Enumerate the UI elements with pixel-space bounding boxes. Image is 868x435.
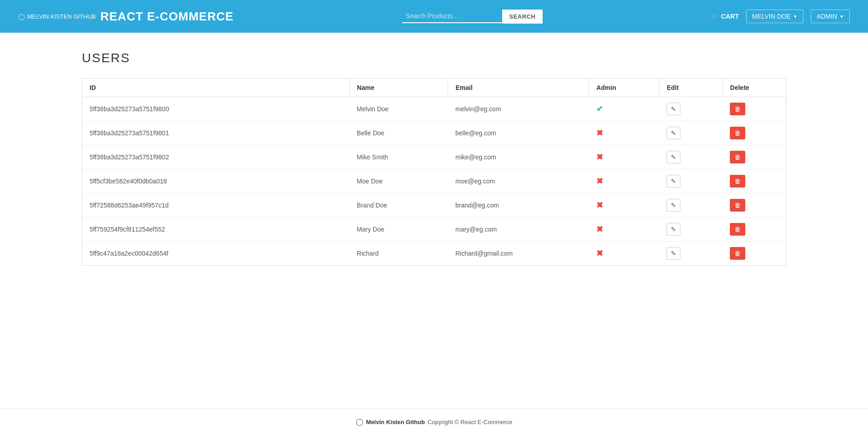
cell-name: Moe Doe xyxy=(349,169,448,193)
header-edit: Edit xyxy=(659,79,723,97)
cell-admin: ✖ xyxy=(589,169,659,193)
cell-name: Brand Doe xyxy=(349,193,448,218)
cell-id: 5ff38ba3d25273a5751f9800 xyxy=(82,97,350,121)
delete-button[interactable]: 🗑 xyxy=(730,151,745,163)
cell-id: 5ff759254f9cf811254ef552 xyxy=(82,218,350,242)
edit-button[interactable]: ✎ xyxy=(667,103,680,115)
cell-delete: 🗑 xyxy=(723,169,786,193)
table-row: 5ff38ba3d25273a5751f9802Mike Smithmike@e… xyxy=(82,145,786,169)
user-circle-icon: ◯ xyxy=(18,13,25,20)
cell-email: moe@eg.com xyxy=(448,169,589,193)
cell-admin: ✔ xyxy=(589,97,659,121)
cell-edit: ✎ xyxy=(659,242,723,266)
admin-cross-icon: ✖ xyxy=(596,177,603,186)
cell-delete: 🗑 xyxy=(723,97,786,121)
navbar-left: ◯ MELVIN KISTEN GITHUB REACT E-COMMERCE xyxy=(18,10,234,24)
cell-id: 5ff38ba3d25273a5751f9801 xyxy=(82,121,350,145)
cell-name: Mary Doe xyxy=(349,218,448,242)
cell-email: Richard@gmail.com xyxy=(448,242,589,266)
admin-cross-icon: ✖ xyxy=(596,225,603,234)
cell-id: 5ff72588d6253ae49f957c1d xyxy=(82,193,350,218)
navbar-brand-user: ◯ MELVIN KISTEN GITHUB xyxy=(18,13,96,20)
main-content: USERS ID Name Email Admin Edit Delete 5f… xyxy=(0,33,868,408)
admin-label: ADMIN xyxy=(817,13,837,20)
header-email: Email xyxy=(448,79,589,97)
table-row: 5ff72588d6253ae49f957c1dBrand Doebrand@e… xyxy=(82,193,786,218)
brand-user-label: MELVIN KISTEN GITHUB xyxy=(27,13,96,20)
edit-button[interactable]: ✎ xyxy=(667,127,680,139)
edit-button[interactable]: ✎ xyxy=(667,151,680,163)
cell-admin: ✖ xyxy=(589,193,659,218)
cell-name: Mike Smith xyxy=(349,145,448,169)
admin-cross-icon: ✖ xyxy=(596,201,603,210)
cell-delete: 🗑 xyxy=(723,121,786,145)
delete-button[interactable]: 🗑 xyxy=(730,223,745,236)
cell-delete: 🗑 xyxy=(723,242,786,266)
table-row: 5ff38ba3d25273a5751f9801Belle Doebelle@e… xyxy=(82,121,786,145)
cell-edit: ✎ xyxy=(659,145,723,169)
header-delete: Delete xyxy=(723,79,786,97)
cell-name: Melvin Doe xyxy=(349,97,448,121)
delete-button[interactable]: 🗑 xyxy=(730,103,745,115)
cell-delete: 🗑 xyxy=(723,193,786,218)
cell-edit: ✎ xyxy=(659,121,723,145)
delete-button[interactable]: 🗑 xyxy=(730,175,745,188)
footer-user-icon: ◯ xyxy=(356,418,364,426)
delete-button[interactable]: 🗑 xyxy=(730,199,745,212)
users-table: ID Name Email Admin Edit Delete 5ff38ba3… xyxy=(82,78,786,266)
cell-admin: ✖ xyxy=(589,145,659,169)
cell-name: Belle Doe xyxy=(349,121,448,145)
user-dropdown[interactable]: MELVIN DOE ▼ xyxy=(746,10,803,23)
delete-button[interactable]: 🗑 xyxy=(730,247,745,260)
site-title: REACT E-COMMERCE xyxy=(100,10,234,24)
user-dropdown-caret: ▼ xyxy=(793,14,798,19)
cell-id: 5ff9c47a18a2ec00042d654f xyxy=(82,242,350,266)
footer: ◯ Melvin Kisten Github Copyright © React… xyxy=(0,408,868,435)
table-header-row: ID Name Email Admin Edit Delete xyxy=(82,79,786,97)
admin-check-icon: ✔ xyxy=(596,104,603,114)
search-button[interactable]: SEARCH xyxy=(502,10,543,24)
admin-dropdown[interactable]: ADMIN ▼ xyxy=(811,10,850,23)
table-row: 5ff5cf3be582e40f0db0a018Moe Doemoe@eg.co… xyxy=(82,169,786,193)
cell-edit: ✎ xyxy=(659,193,723,218)
edit-button[interactable]: ✎ xyxy=(667,199,680,212)
admin-cross-icon: ✖ xyxy=(596,153,603,162)
header-admin: Admin xyxy=(589,79,659,97)
cell-edit: ✎ xyxy=(659,218,723,242)
edit-button[interactable]: ✎ xyxy=(667,223,680,236)
cell-delete: 🗑 xyxy=(723,218,786,242)
edit-button[interactable]: ✎ xyxy=(667,247,680,260)
cell-email: belle@eg.com xyxy=(448,121,589,145)
search-input[interactable] xyxy=(402,10,502,23)
table-row: 5ff759254f9cf811254ef552Mary Doemary@eg.… xyxy=(82,218,786,242)
edit-button[interactable]: ✎ xyxy=(667,175,680,188)
header-name: Name xyxy=(349,79,448,97)
cart-label: CART xyxy=(721,13,739,20)
search-area: SEARCH xyxy=(402,10,543,24)
table-body: 5ff38ba3d25273a5751f9800Melvin Doemelvin… xyxy=(82,97,786,266)
cell-email: mary@eg.com xyxy=(448,218,589,242)
cart-icon: 🛒 xyxy=(711,13,719,20)
table-header: ID Name Email Admin Edit Delete xyxy=(82,79,786,97)
admin-cross-icon: ✖ xyxy=(596,129,603,138)
cell-edit: ✎ xyxy=(659,97,723,121)
cell-edit: ✎ xyxy=(659,169,723,193)
admin-dropdown-caret: ▼ xyxy=(839,14,844,19)
admin-cross-icon: ✖ xyxy=(596,249,603,258)
navbar-right: 🛒 CART MELVIN DOE ▼ ADMIN ▼ xyxy=(711,10,850,23)
cell-admin: ✖ xyxy=(589,218,659,242)
user-name-label: MELVIN DOE xyxy=(752,13,791,20)
cell-id: 5ff38ba3d25273a5751f9802 xyxy=(82,145,350,169)
cart-link[interactable]: 🛒 CART xyxy=(711,13,739,20)
cell-email: mike@eg.com xyxy=(448,145,589,169)
cell-email: brand@eg.com xyxy=(448,193,589,218)
navbar: ◯ MELVIN KISTEN GITHUB REACT E-COMMERCE … xyxy=(0,0,868,33)
cell-admin: ✖ xyxy=(589,242,659,266)
table-row: 5ff9c47a18a2ec00042d654fRichardRichard@g… xyxy=(82,242,786,266)
delete-button[interactable]: 🗑 xyxy=(730,127,745,139)
cell-name: Richard xyxy=(349,242,448,266)
footer-copyright: Copyright © React E-Commerce xyxy=(428,419,513,425)
table-row: 5ff38ba3d25273a5751f9800Melvin Doemelvin… xyxy=(82,97,786,121)
cell-admin: ✖ xyxy=(589,121,659,145)
header-id: ID xyxy=(82,79,350,97)
